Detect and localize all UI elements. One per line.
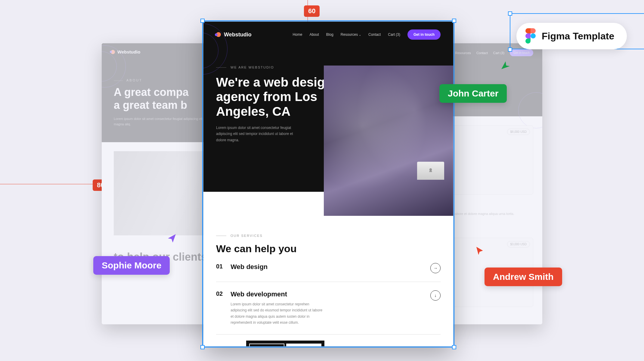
price-badge: $8,000 USD [507, 129, 530, 135]
services-eyebrow: OUR SERVICES [216, 234, 441, 237]
cursor-arrow-john [500, 60, 510, 72]
selection-handle[interactable] [200, 345, 205, 349]
service-body: Lorem ipsum dolor sit amet consectetur r… [231, 301, 324, 326]
nav-about[interactable]: About [309, 32, 319, 37]
nav-cart[interactable]: Cart (3) [493, 51, 504, 55]
figma-logo-icon [525, 28, 536, 44]
selection-handle[interactable] [508, 47, 512, 52]
selection-handle[interactable] [452, 345, 456, 349]
price-badge: $3,000 USD [507, 241, 530, 247]
nav-contact[interactable]: Contact [476, 51, 488, 55]
nav-resources[interactable]: Resources [455, 51, 471, 55]
main-artboard[interactable]: Webstudio Home About Blog Resources Cont… [203, 22, 453, 346]
figma-template-pill[interactable]: Figma Template [516, 23, 627, 49]
service-number: 02 [216, 290, 223, 326]
selection-handle[interactable] [200, 19, 205, 23]
hero-body: Lorem ipsum dolor sit amet consectetur f… [216, 125, 300, 143]
gear-icon [249, 344, 284, 346]
service-label: Web development [231, 290, 324, 298]
nav-resources[interactable]: Resources [341, 32, 361, 37]
services-title: We can help you [216, 243, 441, 255]
cursor-arrow-andrew [475, 246, 485, 257]
nav-cta-button[interactable]: Get in touch [407, 29, 441, 40]
hero-section: WE ARE WEBSTUDIO We're a web design agen… [203, 47, 453, 192]
figma-pill-text: Figma Template [542, 31, 614, 42]
selection-handle[interactable] [452, 19, 456, 23]
service-illustration: </> [246, 341, 324, 346]
brand-name: Webstudio [224, 32, 252, 38]
rings-icon [286, 344, 321, 346]
arrow-right-icon[interactable]: → [430, 263, 441, 273]
laptop-shape [417, 162, 444, 180]
collaborator-tag-andrew: Andrew Smith [485, 268, 562, 286]
nav-cart[interactable]: Cart (3) [388, 32, 400, 37]
service-item[interactable]: 02 Web development Lorem ipsum dolor sit… [216, 282, 441, 335]
nav-contact[interactable]: Contact [368, 32, 381, 37]
nav-cta[interactable]: Get in touch [510, 49, 533, 56]
main-nav: Home About Blog Resources Contact Cart (… [293, 29, 441, 40]
service-number: 01 [216, 263, 223, 271]
service-label: Web design [231, 263, 268, 271]
measurement-badge-60: 60 [304, 5, 320, 17]
nav-home[interactable]: Home [293, 32, 302, 37]
hero-photo [324, 66, 453, 216]
collaborator-tag-john: John Carter [439, 84, 507, 103]
arrow-down-icon[interactable]: ↓ [430, 290, 441, 301]
collaborator-tag-sophie: Sophie Moore [93, 256, 170, 275]
nav-blog[interactable]: Blog [326, 32, 333, 37]
main-header: Webstudio Home About Blog Resources Cont… [203, 22, 453, 47]
cursor-arrow-sophie [167, 233, 178, 245]
selection-handle[interactable] [508, 11, 512, 16]
service-item[interactable]: 01 Web design → [216, 255, 441, 282]
